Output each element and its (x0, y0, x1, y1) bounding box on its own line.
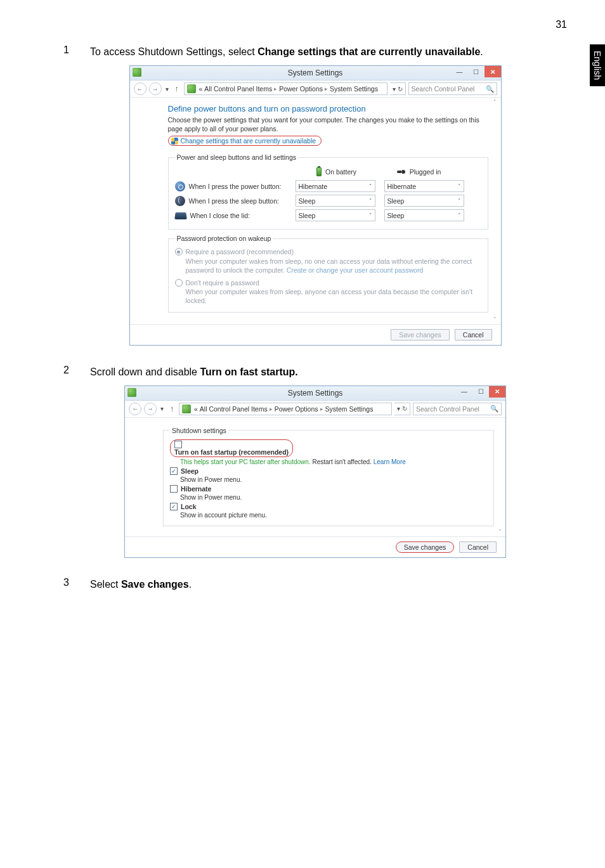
power-button-plugged-select[interactable]: Hibernate˅ (384, 180, 464, 192)
breadcrumb[interactable]: « All Control Panel Items ▸ Power Option… (179, 403, 392, 415)
language-tab: English (590, 44, 605, 86)
minimize-button[interactable]: — (452, 66, 468, 77)
dont-require-password-description: When your computer wakes from sleep, any… (186, 288, 473, 304)
dropdown-icon[interactable]: ▾ (397, 405, 400, 412)
chevron-down-icon: ˅ (369, 183, 372, 190)
group-legend: Power and sleep buttons and lid settings (175, 153, 299, 161)
history-dropdown-icon[interactable]: ▾ (164, 86, 170, 93)
window-title: System Settings (288, 389, 343, 398)
dont-require-password-radio[interactable] (175, 279, 183, 287)
search-input[interactable]: Search Control Panel 🔍 (408, 82, 497, 95)
fast-startup-highlight: Turn on fast startup (recommended) (170, 439, 293, 457)
require-password-label: Require a password (recommended) (186, 248, 294, 256)
chevron-right-icon: ▸ (270, 406, 273, 412)
group-legend: Password protection on wakeup (175, 235, 273, 242)
history-dropdown-icon[interactable]: ▾ (159, 405, 165, 412)
forward-button[interactable]: → (149, 82, 162, 95)
up-button[interactable]: ↑ (172, 84, 181, 93)
plug-icon (397, 169, 406, 175)
password-protection-group: Password protection on wakeup Require a … (168, 235, 488, 312)
step-1-number: 1 (63, 44, 72, 59)
step-2-number: 2 (63, 365, 72, 379)
power-sleep-group: Power and sleep buttons and lid settings… (168, 153, 488, 230)
shutdown-settings-group: Shutdown settings Turn on fast startup (… (163, 427, 494, 526)
power-options-icon (127, 388, 136, 397)
close-button[interactable]: ✕ (485, 66, 501, 77)
fast-startup-description: This helps start your PC faster after sh… (180, 458, 487, 465)
on-battery-header: On battery (296, 167, 378, 176)
system-settings-window-1: System Settings — ☐ ✕ ← → ▾ ↑ « All Cont… (129, 65, 502, 345)
step-3-number: 3 (63, 577, 72, 592)
learn-more-link[interactable]: Learn More (374, 458, 406, 465)
maximize-button[interactable]: ☐ (468, 66, 485, 77)
scroll-down-icon[interactable]: ˅ (495, 529, 504, 535)
page-number: 31 (556, 19, 567, 30)
forward-button[interactable]: → (144, 403, 157, 415)
fast-startup-checkbox[interactable] (174, 441, 182, 448)
scroll-down-icon[interactable]: ˅ (491, 316, 500, 323)
change-settings-link[interactable]: Change settings that are currently unava… (168, 136, 322, 146)
refresh-icon[interactable]: ↻ (398, 86, 403, 93)
up-button[interactable]: ↑ (167, 405, 176, 413)
sleep-button-battery-select[interactable]: Sleep˅ (296, 195, 375, 207)
group-legend: Shutdown settings (170, 427, 228, 434)
step-1-text: To access Shutdown Settings, select Chan… (90, 44, 483, 59)
dropdown-icon[interactable]: ▾ (393, 86, 396, 93)
step-2-text: Scroll down and disable Turn on fast sta… (90, 365, 298, 379)
step-3-text: Select Save changes. (90, 577, 192, 592)
lock-checkbox[interactable]: ✓ (170, 503, 178, 510)
plugged-in-header: Plugged in (378, 168, 460, 176)
sleep-button-plugged-select[interactable]: Sleep˅ (384, 195, 464, 207)
hibernate-description: Show in Power menu. (180, 494, 487, 501)
chevron-down-icon: ˅ (369, 198, 372, 204)
fast-startup-label: Turn on fast startup (recommended) (174, 448, 289, 456)
search-icon: 🔍 (490, 405, 498, 413)
power-options-icon (187, 84, 196, 93)
window-title: System Settings (288, 68, 343, 77)
chevron-down-icon: ˅ (369, 212, 372, 219)
titlebar: System Settings — ☐ ✕ (125, 386, 505, 401)
sleep-description: Show in Power menu. (180, 476, 487, 483)
cancel-button[interactable]: Cancel (459, 541, 497, 553)
save-changes-button[interactable]: Save changes (396, 541, 455, 553)
sleep-checkbox[interactable]: ✓ (170, 467, 178, 475)
titlebar: System Settings — ☐ ✕ (130, 66, 501, 81)
chevron-right-icon: ▸ (320, 406, 323, 412)
chevron-down-icon: ˅ (458, 183, 461, 190)
system-settings-window-2: System Settings — ☐ ✕ ← → ▾ ↑ « All Cont… (124, 385, 506, 558)
chevron-right-icon: ▸ (325, 86, 328, 92)
chevron-right-icon: ▸ (274, 86, 277, 92)
power-button-icon (175, 181, 185, 191)
refresh-icon[interactable]: ↻ (402, 405, 407, 412)
cancel-button[interactable]: Cancel (455, 329, 492, 340)
back-button[interactable]: ← (129, 403, 141, 415)
page-heading: Define power buttons and turn on passwor… (168, 104, 488, 113)
hibernate-checkbox[interactable] (170, 485, 178, 493)
power-button-battery-select[interactable]: Hibernate˅ (296, 180, 375, 192)
scroll-up-icon[interactable]: ˄ (491, 99, 500, 105)
sleep-button-icon (175, 196, 185, 206)
chevron-down-icon: ˅ (458, 198, 461, 204)
page-description: Choose the power settings that you want … (168, 116, 488, 133)
laptop-lid-icon (174, 212, 187, 219)
lock-label: Lock (181, 503, 197, 510)
back-button[interactable]: ← (134, 82, 146, 95)
dont-require-password-label: Don't require a password (186, 279, 259, 287)
search-input[interactable]: Search Control Panel 🔍 (413, 403, 502, 415)
battery-icon (316, 167, 322, 176)
close-lid-battery-select[interactable]: Sleep˅ (296, 209, 375, 221)
close-lid-plugged-select[interactable]: Sleep˅ (384, 209, 464, 221)
breadcrumb[interactable]: « All Control Panel Items ▸ Power Option… (184, 82, 387, 95)
minimize-button[interactable]: — (456, 386, 472, 398)
save-changes-button[interactable]: Save changes (391, 329, 450, 340)
chevron-down-icon: ˅ (458, 212, 461, 219)
maximize-button[interactable]: ☐ (472, 386, 489, 398)
sleep-label: Sleep (181, 467, 198, 475)
power-options-icon (133, 68, 141, 77)
create-password-link[interactable]: Create or change your user account passw… (287, 266, 423, 274)
require-password-radio[interactable] (175, 248, 183, 256)
close-button[interactable]: ✕ (489, 386, 505, 398)
lock-description: Show in account picture menu. (180, 512, 487, 519)
hibernate-label: Hibernate (181, 485, 211, 493)
shield-icon (171, 138, 178, 145)
